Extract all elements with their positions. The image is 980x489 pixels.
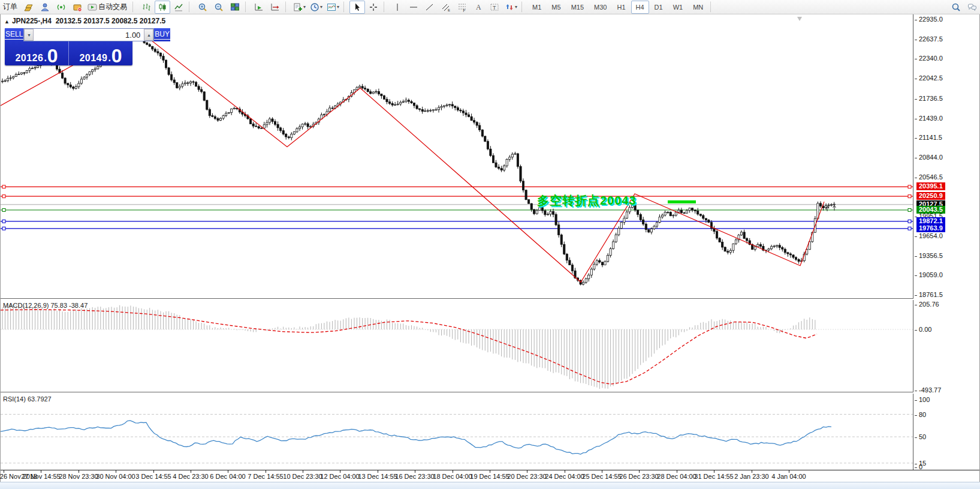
- market-button[interactable]: [70, 1, 85, 14]
- chat-icon: [967, 2, 977, 12]
- zigzag-indicator: [1, 29, 824, 282]
- community-icon: [40, 2, 50, 12]
- chart-text-annotation[interactable]: 多空转折点20043: [537, 193, 637, 209]
- label-button[interactable]: T: [487, 1, 502, 14]
- horizontal-line[interactable]: [1, 195, 913, 198]
- horizontal-line[interactable]: [1, 185, 913, 188]
- community-button[interactable]: [37, 1, 53, 14]
- chart-title: ▲JPN225-,H4 20132.5 20137.5 20082.5 2012…: [4, 17, 165, 25]
- search-button[interactable]: [948, 1, 964, 14]
- lot-decrease-button[interactable]: ▼: [24, 29, 34, 41]
- time-axis-label: 30 Nov 04:00: [96, 473, 135, 480]
- new-chart-button[interactable]: ▾: [291, 1, 307, 14]
- sell-button[interactable]: SELL: [5, 28, 23, 41]
- new-order-button[interactable]: 订单: [0, 1, 20, 14]
- gold-button[interactable]: [21, 1, 37, 14]
- tile-windows-button[interactable]: [227, 1, 243, 14]
- zoom-in-button[interactable]: [195, 1, 210, 14]
- line-handle[interactable]: [2, 185, 5, 188]
- arrows-button[interactable]: ▾: [503, 1, 519, 14]
- time-axis-label: 18 Dec 04:00: [433, 473, 472, 480]
- market-icon: [73, 2, 82, 12]
- green-trend-segment[interactable]: [668, 200, 696, 203]
- line-handle[interactable]: [908, 220, 911, 223]
- tf-w1[interactable]: W1: [668, 1, 688, 14]
- svg-text:F: F: [463, 8, 466, 12]
- price-axis-tick: 21439.0: [915, 115, 943, 122]
- chat-button[interactable]: [964, 1, 980, 14]
- chart-window: ▲JPN225-,H4 20132.5 20137.5 20082.5 2012…: [0, 14, 980, 482]
- price-axis[interactable]: 22935.022637.522340.022042.521736.521439…: [913, 14, 979, 470]
- bar-chart-button[interactable]: [138, 1, 154, 14]
- line-handle[interactable]: [2, 209, 5, 212]
- line-handle[interactable]: [908, 185, 911, 188]
- line-handle[interactable]: [2, 227, 5, 230]
- cursor-button[interactable]: [349, 1, 365, 14]
- horizontal-line[interactable]: [1, 209, 913, 212]
- line-handle[interactable]: [2, 195, 5, 198]
- line-chart-button[interactable]: [171, 1, 186, 14]
- price-axis-tick: 22042.5: [915, 74, 943, 82]
- line-handle[interactable]: [908, 227, 911, 230]
- time-axis-label: 28 Dec 04:00: [657, 473, 696, 480]
- chart-shift-button[interactable]: [267, 1, 283, 14]
- signals-button[interactable]: [53, 1, 69, 14]
- channel-button[interactable]: E: [438, 1, 454, 14]
- line-handle[interactable]: [908, 195, 911, 198]
- zoom-out-button[interactable]: [211, 1, 227, 14]
- tf-m1[interactable]: M1: [527, 1, 546, 14]
- toolbar-separator: [189, 2, 192, 12]
- time-axis-label: 2 Jan 23:30: [734, 473, 769, 480]
- crosshair-button[interactable]: [366, 1, 381, 14]
- candlestick-chart-button[interactable]: [155, 1, 170, 14]
- tf-m15[interactable]: M15: [566, 1, 589, 14]
- time-axis[interactable]: 26 Nov 201827 Nov 14:5528 Nov 23:3030 No…: [1, 470, 979, 482]
- rsi-axis-label: 100: [915, 396, 930, 403]
- auto-scroll-button[interactable]: [251, 1, 267, 14]
- collapse-panel-icon[interactable]: ▲: [4, 19, 10, 25]
- sell-price[interactable]: 20126.0: [5, 41, 69, 65]
- vertical-line-button[interactable]: [390, 1, 405, 14]
- horizontal-line-button[interactable]: [406, 1, 421, 14]
- rsi-line: [1, 421, 831, 454]
- lot-input[interactable]: [34, 29, 144, 41]
- periods-button[interactable]: ▾: [308, 1, 324, 14]
- buy-button[interactable]: BUY: [154, 28, 170, 41]
- chart-shift-marker-icon[interactable]: [797, 17, 802, 21]
- price-axis-tick: 20844.0: [915, 154, 943, 161]
- toolbar-separator: [521, 2, 525, 12]
- lot-increase-button[interactable]: ▲: [144, 29, 153, 41]
- macd-panel[interactable]: MACD(12,26,9) 75.83 -38.47: [1, 300, 913, 392]
- macd-signal-line: [1, 310, 817, 384]
- horizontal-line[interactable]: [1, 227, 913, 230]
- bar-chart-icon: [141, 2, 151, 12]
- time-axis-label: 12 Dec 04:00: [320, 473, 359, 480]
- indicators-button[interactable]: ▾: [325, 1, 341, 14]
- buy-price[interactable]: 20149.0: [69, 41, 132, 65]
- tf-h4[interactable]: H4: [631, 1, 649, 14]
- line-handle[interactable]: [908, 209, 911, 212]
- lot-box: ▼ ▲: [23, 28, 154, 41]
- gold-icon: [24, 2, 34, 12]
- auto-trading-button[interactable]: 自动交易: [86, 1, 130, 14]
- chart-shift-icon: [270, 2, 280, 12]
- symbol-timeframe: JPN225-,H4: [12, 17, 52, 25]
- tf-d1[interactable]: D1: [650, 1, 668, 14]
- dropdown-caret-icon: ▾: [515, 4, 517, 10]
- tf-mn[interactable]: MN: [688, 1, 708, 14]
- tf-m5[interactable]: M5: [547, 1, 565, 14]
- rsi-panel[interactable]: RSI(14) 63.7927: [1, 394, 913, 470]
- text-button[interactable]: A: [471, 1, 486, 14]
- tf-h1[interactable]: H1: [612, 1, 630, 14]
- rsi-axis-label: 80: [915, 411, 926, 418]
- horizontal-line[interactable]: [1, 220, 913, 223]
- candlestick-chart: [1, 14, 913, 298]
- time-axis-label: 4 Jan 04:00: [771, 473, 806, 480]
- tf-m30[interactable]: M30: [589, 1, 611, 14]
- arrows-icon: [505, 2, 514, 12]
- main-chart-panel[interactable]: ▲JPN225-,H4 20132.5 20137.5 20082.5 2012…: [1, 14, 913, 298]
- fibonacci-button[interactable]: F: [454, 1, 470, 14]
- trendline-button[interactable]: [422, 1, 438, 14]
- price-axis-tick: 20546.5: [915, 173, 943, 181]
- line-handle[interactable]: [2, 220, 5, 223]
